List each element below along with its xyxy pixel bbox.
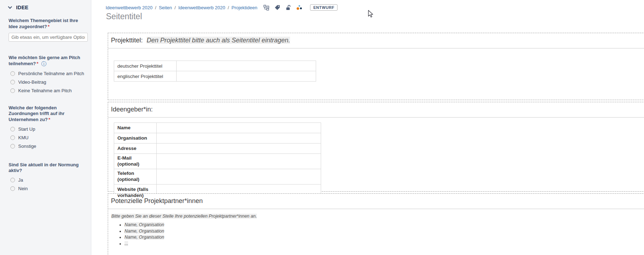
info-icon[interactable]: ⓘ (41, 61, 46, 67)
section-projekttitel: Projekttitel: Den Projekttitel bitte auc… (108, 33, 644, 100)
table-label-cell: deutscher Projekttitel (114, 61, 177, 71)
radio-group-unternehmen: Start Up KMU Sonstige (9, 127, 83, 149)
ideengeber-table: Name Organisation Adresse E-Mail (option… (114, 123, 321, 202)
heading-divider (108, 117, 644, 118)
labels-icon[interactable] (274, 4, 280, 11)
table-label-cell: Telefon (optional) (114, 169, 157, 184)
table-row: Adresse (114, 144, 321, 154)
table-label-cell: englischer Projekttitel (114, 71, 177, 82)
table-label-cell: Name (114, 123, 157, 133)
table-value-cell[interactable] (157, 169, 321, 184)
breadcrumb-link-space[interactable]: Ideenwettbewerb 2020 (106, 5, 153, 10)
radio-button[interactable] (10, 88, 15, 93)
radio-group-normung: Ja Nein (9, 178, 83, 191)
radio-button[interactable] (10, 135, 15, 140)
section-heading: Potenzielle Projektpartner*innen (111, 196, 644, 205)
section-projektpartner: Potenzielle Projektpartner*innen Bitte g… (108, 193, 644, 255)
radio-option[interactable]: Persönliche Teilnahme am Pitch (10, 71, 83, 76)
list-item: ... (125, 241, 644, 247)
table-row: deutscher Projekttitel (114, 61, 316, 71)
radio-option[interactable]: KMU (10, 135, 83, 140)
sidebar-section-title: IDEE (16, 5, 29, 10)
form-group-normung: Sind Sie aktuell in der Normung aktiv? J… (9, 162, 83, 191)
table-row: Telefon (optional) (114, 169, 321, 184)
radio-option[interactable]: Nein (10, 186, 83, 191)
list-item: Name, Organisation (125, 222, 644, 228)
field-label: Sind Sie aktuell in der Normung aktiv? (9, 162, 83, 174)
field-label: Welchem Themengebiet ist Ihre Idee zugeo… (9, 18, 83, 30)
table-value-cell[interactable] (157, 123, 321, 133)
radio-button[interactable] (10, 178, 15, 182)
heading-note: Den Projekttitel bitte auch als Seitenti… (147, 37, 290, 44)
list-item: Name, Organisation (125, 234, 644, 240)
radio-button[interactable] (10, 186, 15, 191)
form-sidebar: IDEE Welchem Themengebiet ist Ihre Idee … (0, 0, 91, 255)
table-row: englischer Projekttitel (114, 71, 316, 82)
required-asterisk: * (49, 117, 50, 122)
required-asterisk: * (37, 61, 39, 66)
partner-list: Name, Organisation Name, Organisation Na… (111, 222, 644, 246)
heading-prefix: Projekttitel: (111, 37, 143, 44)
table-row: Name (114, 123, 321, 133)
list-item: Name, Organisation (125, 228, 644, 234)
table-row: E-Mail (optional) (114, 154, 321, 169)
radio-button[interactable] (10, 71, 15, 76)
chevron-down-icon[interactable] (8, 5, 12, 9)
radio-option[interactable]: Video-Beitrag (10, 80, 83, 85)
themengebiet-autocomplete-input[interactable] (9, 33, 88, 42)
radio-button[interactable] (10, 80, 15, 84)
table-value-cell[interactable] (157, 154, 321, 169)
template-sections: Projekttitel: Den Projekttitel bitte auc… (108, 33, 644, 255)
table-label-cell: Adresse (114, 144, 157, 154)
radio-group-pitch: Persönliche Teilnahme am Pitch Video-Bei… (9, 71, 83, 93)
page-tree-icon[interactable] (263, 4, 269, 11)
radio-option[interactable]: Ja (10, 178, 83, 183)
section-heading: Projekttitel: Den Projekttitel bitte auc… (111, 36, 644, 44)
form-group-unternehmen: Welche der folgenden Zuordnungen trifft … (9, 105, 83, 149)
page-content-area: Ideenwettbewerb 2020 / Seiten / Ideenwet… (92, 0, 644, 255)
required-asterisk: * (48, 24, 50, 29)
status-badge-draft: ENTWURF (310, 4, 338, 11)
page-meta-icons (263, 4, 303, 11)
table-value-cell[interactable] (177, 61, 316, 71)
breadcrumb-separator: / (228, 5, 229, 10)
section-heading: Ideengeber*in: (111, 105, 644, 113)
radio-option[interactable]: Start Up (10, 127, 83, 132)
table-value-cell[interactable] (157, 133, 321, 144)
form-group-themengebiet: Welchem Themengebiet ist Ihre Idee zugeo… (9, 18, 83, 42)
table-value-cell[interactable] (157, 144, 321, 154)
heading-divider (108, 209, 644, 209)
table-label-cell: Organisation (114, 133, 157, 144)
projekttitel-table: deutscher Projekttitel englischer Projek… (114, 61, 316, 82)
radio-button[interactable] (10, 144, 15, 149)
section-description: Bitte geben Sie an dieser Stelle Ihre po… (111, 214, 644, 219)
table-value-cell[interactable] (177, 71, 316, 82)
field-label: Welche der folgenden Zuordnungen trifft … (9, 105, 83, 123)
radio-option[interactable]: Sonstige (10, 144, 83, 149)
radio-option[interactable]: Keine Teilnahme am Pitch (10, 88, 83, 93)
breadcrumb-link-pages[interactable]: Seiten (159, 5, 172, 10)
table-label-cell: E-Mail (optional) (114, 154, 157, 169)
unlock-icon[interactable] (285, 4, 291, 11)
field-label: Wie möchten Sie gerne am Pitch teilnehme… (9, 55, 83, 67)
heading-divider (108, 48, 644, 48)
breadcrumb: Ideenwettbewerb 2020 / Seiten / Ideenwet… (106, 4, 338, 11)
breadcrumb-separator: / (174, 5, 176, 10)
form-group-pitch-teilnahme: Wie möchten Sie gerne am Pitch teilnehme… (9, 55, 83, 93)
breadcrumb-link-parent[interactable]: Ideenwettbewerb 2020 (178, 5, 225, 10)
page-title[interactable]: Seitentitel (106, 12, 142, 21)
table-row: Organisation (114, 133, 321, 144)
radio-button[interactable] (10, 127, 15, 131)
section-ideengeber: Ideengeber*in: Name Organisation Adresse… (108, 102, 644, 192)
sidebar-section-header[interactable]: IDEE (9, 5, 87, 10)
workflow-dots-icon[interactable] (296, 4, 303, 11)
breadcrumb-separator: / (155, 5, 157, 10)
breadcrumb-link-current[interactable]: Projektideen (232, 5, 257, 10)
